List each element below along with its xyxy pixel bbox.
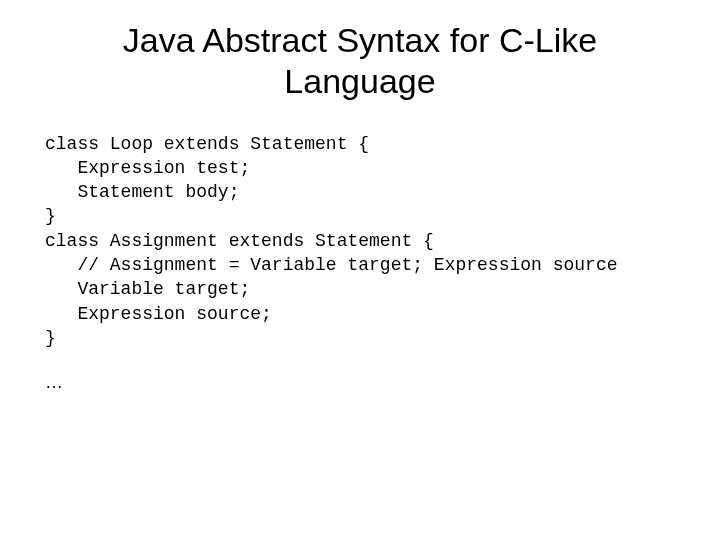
ellipsis: … <box>45 372 675 393</box>
code-listing: class Loop extends Statement { Expressio… <box>45 132 675 351</box>
slide-title: Java Abstract Syntax for C-Like Language <box>45 20 675 102</box>
